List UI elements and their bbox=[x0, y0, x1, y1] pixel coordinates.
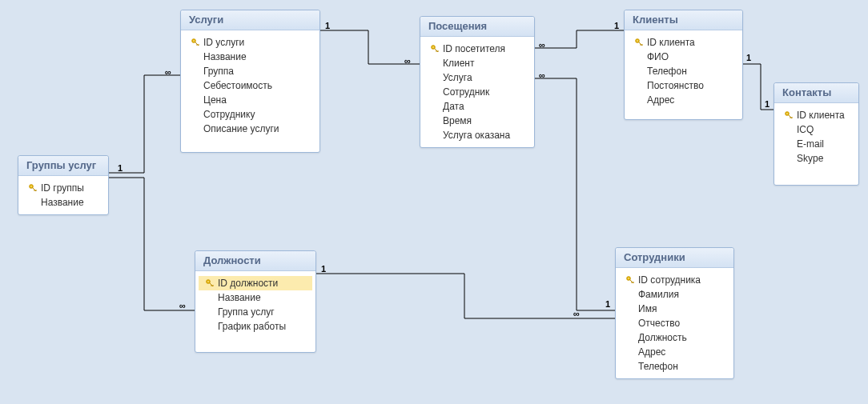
field-row[interactable]: Услуга bbox=[424, 70, 531, 85]
field-row[interactable]: Описание услуги bbox=[184, 122, 316, 136]
field-row[interactable]: Время bbox=[424, 114, 531, 128]
field-row[interactable]: ID услуги bbox=[184, 35, 316, 50]
diagram-canvas[interactable]: 1 ∞ ∞ 1 ∞ ∞ 1 ∞ 1 1 ∞ 1 1 Группы услуг I… bbox=[0, 0, 868, 404]
field-row[interactable]: График работы bbox=[199, 319, 312, 334]
field-label: E-mail bbox=[795, 138, 824, 150]
entity-visits[interactable]: Посещения ID посетителяКлиентУслугаСотру… bbox=[420, 16, 535, 148]
field-label: Время bbox=[441, 114, 472, 127]
field-label: Цена bbox=[202, 94, 227, 106]
field-row[interactable]: Цена bbox=[184, 93, 316, 107]
entity-title: Клиенты bbox=[633, 14, 678, 26]
entity-contacts[interactable]: Контакты ID клиентаICQE-mailSkype bbox=[774, 82, 859, 186]
field-label: Описание услуги bbox=[202, 122, 279, 135]
svg-point-3 bbox=[193, 40, 195, 42]
cardinality-many: ∞ bbox=[404, 56, 411, 66]
field-row[interactable]: Имя bbox=[619, 302, 730, 316]
field-row[interactable]: ID клиента bbox=[778, 108, 855, 122]
field-row[interactable]: ICQ bbox=[778, 122, 855, 137]
field-label: ID посетителя bbox=[441, 42, 505, 55]
field-row[interactable]: Группа bbox=[184, 64, 316, 78]
svg-point-11 bbox=[207, 281, 209, 282]
field-label: Себестоимость bbox=[202, 79, 272, 92]
field-row[interactable]: Адрес bbox=[628, 93, 739, 107]
field-label: Имя bbox=[637, 302, 657, 315]
entity-header[interactable]: Клиенты bbox=[625, 10, 742, 30]
entity-title: Должности bbox=[203, 254, 261, 266]
field-row[interactable]: Услуга оказана bbox=[424, 128, 531, 142]
field-row[interactable]: Фамилия bbox=[619, 287, 730, 302]
field-row[interactable]: Отчество bbox=[619, 316, 730, 330]
field-label: ID клиента bbox=[645, 36, 695, 49]
entity-header[interactable]: Группы услуг bbox=[18, 156, 108, 176]
primary-key-icon bbox=[191, 38, 200, 47]
entity-header[interactable]: Контакты bbox=[774, 83, 858, 103]
field-label: ID должности bbox=[216, 277, 278, 290]
field-row[interactable]: ID сотрудника bbox=[619, 273, 730, 287]
cardinality-1: 1 bbox=[605, 299, 610, 309]
field-row[interactable]: Должность bbox=[619, 330, 730, 345]
cardinality-many: ∞ bbox=[179, 301, 186, 310]
entity-header[interactable]: Должности bbox=[195, 251, 315, 271]
field-label: Группа услуг bbox=[216, 306, 275, 318]
primary-key-icon bbox=[28, 183, 38, 193]
field-row[interactable]: Skype bbox=[778, 151, 855, 166]
field-row[interactable]: ID группы bbox=[22, 181, 105, 195]
entity-header[interactable]: Сотрудники bbox=[616, 248, 733, 268]
field-row[interactable]: Клиент bbox=[424, 56, 531, 70]
field-row[interactable]: E-mail bbox=[778, 137, 855, 151]
cardinality-many: ∞ bbox=[165, 67, 171, 77]
field-row[interactable]: Название bbox=[184, 50, 316, 64]
field-label: Фамилия bbox=[637, 288, 679, 301]
field-label: ID услуги bbox=[202, 36, 244, 49]
field-row[interactable]: ID посетителя bbox=[424, 42, 531, 56]
entity-services[interactable]: Услуги ID услугиНазваниеГруппаСебестоимо… bbox=[180, 10, 320, 153]
field-row[interactable]: Дата bbox=[424, 99, 531, 114]
key-slot bbox=[203, 278, 216, 288]
entity-header[interactable]: Услуги bbox=[181, 10, 319, 30]
field-row[interactable]: ФИО bbox=[628, 50, 739, 64]
entity-body: ID должностиНазваниеГруппа услугГрафик р… bbox=[195, 271, 315, 338]
field-row[interactable]: Постоянство bbox=[628, 78, 739, 93]
field-label: Должность bbox=[637, 331, 687, 344]
field-row[interactable]: ID должности bbox=[199, 276, 312, 290]
field-label: ID сотрудника bbox=[637, 274, 701, 286]
entity-body: ID клиентаФИОТелефонПостоянствоАдрес bbox=[625, 30, 742, 112]
key-slot bbox=[633, 38, 645, 47]
primary-key-icon bbox=[784, 110, 794, 120]
primary-key-icon bbox=[625, 275, 635, 285]
field-label: Клиент bbox=[441, 57, 475, 70]
entity-clients[interactable]: Клиенты ID клиентаФИОТелефонПостоянствоА… bbox=[624, 10, 743, 120]
field-label: Название bbox=[202, 50, 247, 63]
field-row[interactable]: Адрес bbox=[619, 345, 730, 359]
field-label: Адрес bbox=[645, 94, 674, 106]
field-row[interactable]: Сотрудник bbox=[424, 85, 531, 99]
field-row[interactable]: Группа услуг bbox=[199, 305, 312, 319]
field-label: Услуга bbox=[441, 71, 472, 84]
field-row[interactable]: Телефон bbox=[628, 64, 739, 78]
field-label: Дата bbox=[441, 100, 464, 113]
field-label: ICQ bbox=[795, 123, 814, 136]
entity-body: ID услугиНазваниеГруппаСебестоимостьЦена… bbox=[181, 30, 319, 141]
entity-employees[interactable]: Сотрудники ID сотрудникаФамилияИмяОтчест… bbox=[615, 247, 734, 379]
field-row[interactable]: Телефон bbox=[619, 359, 730, 374]
field-row[interactable]: Себестоимость bbox=[184, 78, 316, 93]
key-slot bbox=[26, 183, 39, 193]
field-row[interactable]: Название bbox=[199, 290, 312, 305]
entity-title: Сотрудники bbox=[624, 251, 685, 263]
entity-body: ID клиентаICQE-mailSkype bbox=[774, 103, 858, 170]
svg-point-1 bbox=[30, 186, 32, 187]
cardinality-many: ∞ bbox=[539, 70, 545, 80]
entity-title: Посещения bbox=[428, 20, 487, 32]
entity-positions[interactable]: Должности ID должностиНазваниеГруппа усл… bbox=[195, 250, 316, 353]
field-row[interactable]: Сотруднику bbox=[184, 107, 316, 122]
field-label: Адрес bbox=[637, 346, 665, 358]
field-label: Сотруднику bbox=[202, 108, 255, 121]
field-label: Постоянство bbox=[645, 79, 704, 92]
field-label: ФИО bbox=[645, 50, 669, 63]
field-row[interactable]: ID клиента bbox=[628, 35, 739, 50]
entity-header[interactable]: Посещения bbox=[420, 17, 534, 37]
entity-groups[interactable]: Группы услуг ID группыНазвание bbox=[18, 155, 109, 215]
field-row[interactable]: Название bbox=[22, 195, 105, 210]
entity-title: Группы услуг bbox=[26, 159, 96, 171]
field-label: Skype bbox=[795, 152, 823, 165]
